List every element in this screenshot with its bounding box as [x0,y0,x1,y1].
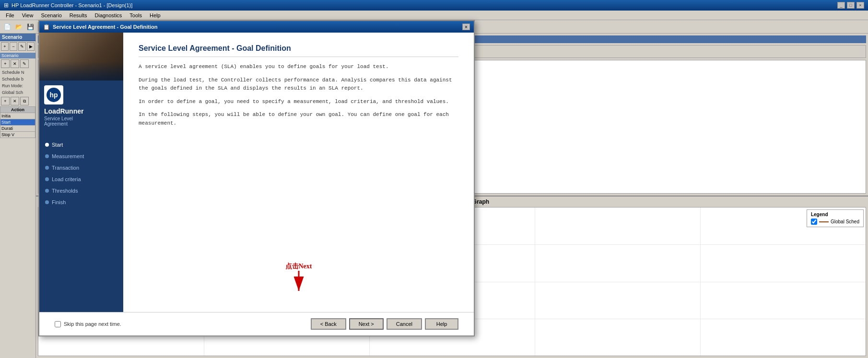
action-durati: Durati [0,126,35,132]
sidebar-subtitle: Service LevelAgreement [44,116,118,127]
legend-item: Global Sched [811,219,859,225]
cancel-button[interactable]: Cancel [387,318,422,330]
menu-help[interactable]: Help [146,12,164,19]
close-button[interactable]: × [856,2,864,9]
dialog-title-bar: 📋 Service Level Agreement - Goal Definit… [39,21,474,33]
table-row: Durati [0,126,35,132]
action-table: Action Initia Start Durati Stop V [0,106,35,138]
back-button[interactable]: < Back [311,318,346,330]
action-start: Start [0,119,35,126]
maximize-button[interactable]: □ [847,2,855,9]
dialog-para-3: In order to define a goal, you need to s… [139,98,458,106]
annotation-area: 点击Next [139,262,458,300]
menu-file[interactable]: File [2,12,18,19]
nav-bullet-thresholds [45,189,49,193]
dialog-sidebar: hp LoadRunner Service LevelAgreement Sta… [39,33,123,312]
help-button[interactable]: Help [425,318,458,330]
schedule-toolbar: + ✕ ⧉ [0,96,35,106]
dialog-para-1: A service level agreement (SLA) enables … [139,63,458,71]
nav-transaction[interactable]: Transaction [39,162,123,173]
global-sch-label: Global Sch [0,89,35,96]
toolbar-open[interactable]: 📂 [13,22,24,32]
menu-scenario[interactable]: Scenario [37,12,65,19]
skip-checkbox-input[interactable] [55,321,61,327]
scenario-edit-btn[interactable]: ✎ [18,42,26,51]
window-controls: _ □ × [837,2,864,9]
scenario2-toolbar: + ✕ ✎ [0,58,35,69]
run-mode: Run Mode: [0,82,35,89]
scenario-toolbar: + − ✎ ▶ [0,41,35,52]
nav-bullet-start [45,143,49,147]
menu-bar: File View Scenario Results Diagnostics T… [0,11,868,20]
schedule-name: Schedule N [0,69,35,76]
action-col-header: Action [0,107,35,113]
nav-bullet-load-criteria [45,177,49,181]
nav-load-criteria[interactable]: Load criteria [39,173,123,185]
nav-start[interactable]: Start [39,139,123,150]
nav-bullet-transaction [45,166,49,170]
back-label: < Back [320,321,337,327]
red-annotation: 点击Next [285,262,312,295]
table-row: Stop V [0,132,35,138]
scenario-del-btn[interactable]: − [10,42,17,51]
next-button[interactable]: Next > [349,318,384,330]
scenario2-section-label: Scenario [0,53,35,58]
menu-results[interactable]: Results [66,12,91,19]
dialog-body-text: A service level agreement (SLA) enables … [139,63,458,262]
red-arrow-svg [292,271,306,295]
nav-label-load-criteria: Load criteria [52,176,81,182]
dialog-body: hp LoadRunner Service LevelAgreement Sta… [39,33,474,312]
s2-edit-btn[interactable]: ✎ [20,59,29,68]
legend-item-label: Global Sched [831,219,859,224]
skip-label: Skip this page next time. [55,321,121,327]
table-row: Initia [0,113,35,119]
dialog-nav: Start Measurement Transaction Load crite… [39,139,123,208]
next-label: Next > [359,321,374,327]
table-row-selected[interactable]: Start [0,119,35,126]
sched-del-btn[interactable]: ✕ [11,97,19,105]
dialog-main-content: Service Level Agreement - Goal Definitio… [123,33,474,312]
action-stop: Stop V [0,132,35,138]
minimize-button[interactable]: _ [837,2,845,9]
toolbar-new[interactable]: 📄 [2,22,12,32]
hp-circle: hp [47,88,61,102]
sidebar-image [39,33,123,81]
sched-add-btn[interactable]: + [1,97,10,105]
nav-label-finish: Finish [52,199,66,205]
sidebar-app-name: LoadRunner [44,107,118,115]
menu-tools[interactable]: Tools [126,12,146,19]
legend-checkbox[interactable] [811,219,817,225]
dialog-heading: Service Level Agreement - Goal Definitio… [139,44,458,57]
graph-legend: Legend Global Sched [807,209,864,227]
legend-line [819,221,829,222]
nav-label-transaction: Transaction [52,165,79,171]
s2-del-btn[interactable]: ✕ [11,59,19,68]
app-icon: ⊞ [4,2,9,9]
schedule-by: Schedule b [0,76,35,82]
scenario-section-label: Scenario [0,34,35,41]
sched-copy-btn[interactable]: ⧉ [20,97,29,105]
hp-logo: hp [44,85,63,104]
dialog-close-button[interactable]: × [462,23,470,30]
toolbar-save[interactable]: 💾 [25,22,35,32]
cancel-label: Cancel [396,321,412,327]
sidebar-image-overlay [39,61,123,81]
dialog-icon: 📋 [43,24,50,30]
skip-text: Skip this page next time. [64,321,121,327]
scenario-add-btn[interactable]: + [1,42,9,51]
s2-add-btn[interactable]: + [1,59,10,68]
menu-diagnostics[interactable]: Diagnostics [91,12,126,19]
nav-thresholds[interactable]: Thresholds [39,185,123,196]
sla-dialog: 📋 Service Level Agreement - Goal Definit… [38,20,475,336]
click-label: 点击Next [285,262,312,271]
nav-finish[interactable]: Finish [39,196,123,208]
nav-bullet-finish [45,200,49,204]
nav-label-measurement: Measurement [52,153,84,159]
scenario-run-btn[interactable]: ▶ [27,42,35,51]
nav-label-thresholds: Thresholds [52,188,78,194]
menu-view[interactable]: View [18,12,37,19]
nav-measurement[interactable]: Measurement [39,150,123,162]
dialog-buttons: < Back Next > Cancel Help [311,318,458,330]
title-bar: ⊞ HP LoadRunner Controller - Scenario1 -… [0,0,868,11]
legend-title: Legend [811,212,859,217]
